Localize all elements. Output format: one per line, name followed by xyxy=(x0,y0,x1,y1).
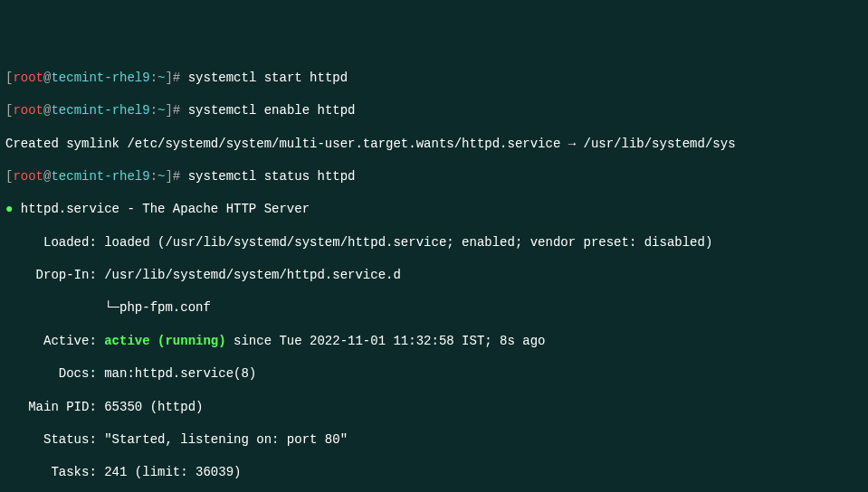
dropin-sub: └─php-fpm.conf xyxy=(5,299,863,316)
prompt-line-3: [root@tecmint-rhel9:~]# systemctl status… xyxy=(5,168,863,184)
prompt-line-2: [root@tecmint-rhel9:~]# systemctl enable… xyxy=(5,102,863,118)
prompt-line-1: [root@tecmint-rhel9:~]# systemctl start … xyxy=(5,70,863,86)
tasks-line: Tasks: 241 (limit: 36039) xyxy=(5,464,863,480)
service-header: ● httpd.service - The Apache HTTP Server xyxy=(5,201,863,217)
command-3: systemctl status httpd xyxy=(188,169,356,184)
command-1: systemctl start httpd xyxy=(188,71,348,85)
status-line: Status: "Started, listening on: port 80" xyxy=(5,431,863,448)
mainpid-line: Main PID: 65350 (httpd) xyxy=(5,399,863,415)
active-status: active (running) xyxy=(104,334,225,348)
dropin-line: Drop-In: /usr/lib/systemd/system/httpd.s… xyxy=(5,267,863,283)
command-2: systemctl enable httpd xyxy=(188,103,356,118)
docs-line: Docs: man:httpd.service(8) xyxy=(5,365,863,382)
symlink-output: Created symlink /etc/systemd/system/mult… xyxy=(5,136,863,152)
loaded-line: Loaded: loaded (/usr/lib/systemd/system/… xyxy=(5,234,863,251)
active-line: Active: active (running) since Tue 2022-… xyxy=(5,333,863,349)
